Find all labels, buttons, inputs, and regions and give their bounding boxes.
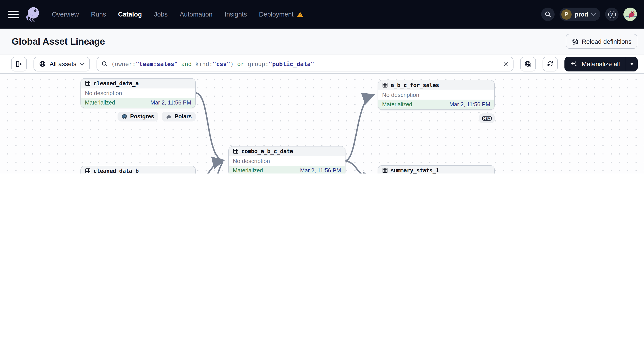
environment-name: prod xyxy=(575,11,588,18)
asset-name: cleaned_data_b xyxy=(94,167,138,173)
query-token: "public_data" xyxy=(268,60,314,67)
sparkles-icon xyxy=(570,60,578,68)
table-icon xyxy=(85,168,91,173)
query-token: "team:sales" xyxy=(136,60,178,67)
nav-item-label: Catalog xyxy=(118,11,142,18)
status-badge: Materialized xyxy=(382,101,412,108)
environment-switcher[interactable]: P prod xyxy=(560,7,600,21)
refresh-icon xyxy=(547,60,554,67)
materialization-timestamp[interactable]: Mar 2, 11:56 PM xyxy=(449,101,490,108)
postgres-icon xyxy=(122,114,128,119)
table-icon xyxy=(85,80,91,86)
table-icon xyxy=(382,82,388,88)
asset-node-a-b-c-for-sales[interactable]: a_b_c_for_sales No description Materiali… xyxy=(378,80,495,110)
nav-item-deployment[interactable]: Deployment xyxy=(259,11,304,18)
asset-node-header: a_b_c_for_sales xyxy=(378,80,494,90)
reload-cube-icon xyxy=(572,38,578,45)
clear-search-button[interactable] xyxy=(503,61,509,67)
kind-badges-row: Postgres Polars xyxy=(80,112,196,121)
materialization-timestamp[interactable]: Mar 2, 11:56 PM xyxy=(300,167,341,173)
query-token: and xyxy=(178,60,195,67)
asset-description: No description xyxy=(81,88,195,98)
asset-status-bar: Materialized Mar 2, 11:56 PM xyxy=(378,100,494,109)
environment-avatar: P xyxy=(561,9,572,19)
help-icon: ? xyxy=(608,10,616,18)
search-icon xyxy=(544,11,552,18)
reload-definitions-button[interactable]: Reload definitions xyxy=(566,34,637,49)
asset-node-combo-a-b-c-data[interactable]: combo_a_b_c_data No description Material… xyxy=(228,146,346,173)
asset-node-header: cleaned_data_a xyxy=(81,79,195,88)
asset-description: No description xyxy=(229,156,345,166)
table-icon xyxy=(233,148,239,154)
edge-highlighted xyxy=(346,161,371,173)
hamburger-menu-icon[interactable] xyxy=(8,10,19,18)
asset-scope-dropdown[interactable]: All assets xyxy=(34,56,90,71)
lineage-canvas[interactable]: cleaned_data_a No description Materializ… xyxy=(0,74,644,173)
page-header: Global Asset Lineage Reload definitions xyxy=(0,28,644,54)
query-token: group: xyxy=(248,60,268,67)
status-badge: Materialized xyxy=(85,100,115,106)
kind-badge-csv[interactable]: csv xyxy=(479,113,495,123)
asset-node-header: cleaned_data_b xyxy=(81,166,195,173)
query-token: owner: xyxy=(115,60,136,67)
page-title: Global Asset Lineage xyxy=(12,36,105,47)
chevron-down-icon xyxy=(80,62,84,65)
help-button[interactable]: ? xyxy=(605,7,618,21)
asset-node-header: combo_a_b_c_data xyxy=(229,146,345,156)
kind-badge-label: Polars xyxy=(175,113,192,120)
asset-name: cleaned_data_a xyxy=(94,80,138,87)
nav-item-jobs[interactable]: Jobs xyxy=(154,11,168,18)
asset-status-bar: Materialized Mar 2, 11:56 PM xyxy=(229,166,345,173)
nav-item-automation[interactable]: Automation xyxy=(180,11,212,18)
asset-node-header: summary_stats_1 xyxy=(378,166,494,173)
query-token: ( xyxy=(111,60,115,67)
chevron-down-icon xyxy=(591,13,596,16)
nav-item-label: Deployment xyxy=(259,11,294,18)
top-nav-right: P prod ? xyxy=(541,7,637,21)
query-token: kind: xyxy=(195,60,213,67)
open-sidebar-panel-button[interactable] xyxy=(11,56,27,71)
materialize-all-split-button: Materialize all xyxy=(565,56,638,71)
asset-name: a_b_c_for_sales xyxy=(390,82,439,88)
status-badge: Materialized xyxy=(233,167,263,173)
globe-icon xyxy=(39,60,46,67)
nav-item-label: Overview xyxy=(52,11,79,18)
polars-icon xyxy=(166,114,172,119)
edge-highlighted xyxy=(196,93,222,160)
search-icon xyxy=(102,61,108,67)
materialize-options-button[interactable] xyxy=(626,56,638,71)
materialization-timestamp[interactable]: Mar 2, 11:56 PM xyxy=(150,100,191,106)
dagster-logo[interactable] xyxy=(24,6,41,23)
cardinal-bird-avatar-image xyxy=(624,7,637,21)
asset-search-input[interactable]: (owner:"team:sales" and kind:"csv") or g… xyxy=(96,56,514,71)
nav-item-label: Jobs xyxy=(154,11,168,18)
edge-highlighted xyxy=(346,96,372,161)
nav-item-catalog[interactable]: Catalog xyxy=(118,11,142,18)
user-avatar[interactable] xyxy=(624,7,637,21)
close-icon xyxy=(503,61,509,67)
nav-item-label: Automation xyxy=(180,11,212,18)
nav-item-label: Runs xyxy=(91,11,106,18)
asset-node-cleaned-data-a[interactable]: cleaned_data_a No description Materializ… xyxy=(80,78,196,108)
new-scope-button[interactable] xyxy=(520,56,536,71)
globe-plus-icon xyxy=(524,60,532,68)
kind-badge-postgres[interactable]: Postgres xyxy=(118,112,158,121)
query-token: ) xyxy=(230,60,234,67)
asset-node-summary-stats-1[interactable]: summary_stats_1 No description Materiali… xyxy=(378,165,495,173)
search-button[interactable] xyxy=(541,7,554,21)
app-window: Overview Runs Catalog Jobs Automation In… xyxy=(0,0,644,173)
search-query-text: (owner:"team:sales" and kind:"csv") or g… xyxy=(111,60,314,67)
nav-item-overview[interactable]: Overview xyxy=(52,11,79,18)
kind-badge-label: Postgres xyxy=(130,113,154,120)
materialize-all-button[interactable]: Materialize all xyxy=(565,56,626,71)
asset-description: No description xyxy=(378,90,494,100)
top-nav: Overview Runs Catalog Jobs Automation In… xyxy=(0,0,644,28)
nav-item-label: Insights xyxy=(224,11,247,18)
asset-node-cleaned-data-b[interactable]: cleaned_data_b No description Materializ… xyxy=(80,166,196,173)
refresh-graph-button[interactable] xyxy=(543,56,558,71)
kind-badge-polars[interactable]: Polars xyxy=(162,112,196,121)
caret-down-icon xyxy=(630,63,634,65)
nav-item-runs[interactable]: Runs xyxy=(91,11,106,18)
nav-items: Overview Runs Catalog Jobs Automation In… xyxy=(52,11,304,18)
nav-item-insights[interactable]: Insights xyxy=(224,11,247,18)
